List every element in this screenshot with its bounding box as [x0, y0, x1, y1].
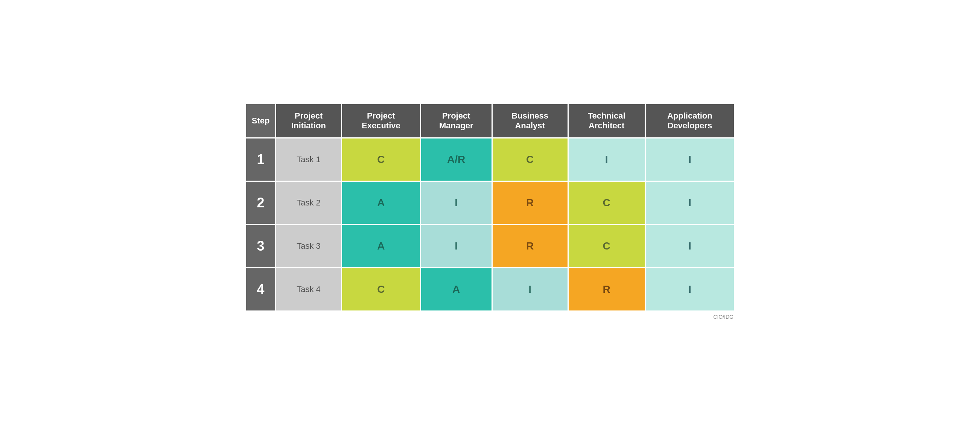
raci-cell: C — [342, 268, 421, 311]
header-application-developers: ApplicationDevelopers — [645, 104, 734, 138]
raci-cell: C — [492, 138, 568, 181]
step-number: 2 — [246, 181, 276, 225]
raci-container: Step ProjectInitiation ProjectExecutive … — [245, 103, 735, 320]
step-number: 1 — [246, 138, 276, 181]
raci-cell: I — [420, 181, 492, 225]
header-business-analyst: BusinessAnalyst — [492, 104, 568, 138]
header-row: Step ProjectInitiation ProjectExecutive … — [246, 104, 735, 138]
raci-cell: C — [568, 225, 645, 268]
raci-cell: I — [420, 225, 492, 268]
table-row: 2Task 2AIRCI — [246, 181, 735, 225]
raci-cell: I — [568, 138, 645, 181]
step-number: 3 — [246, 225, 276, 268]
raci-cell: R — [492, 225, 568, 268]
raci-cell: R — [492, 181, 568, 225]
header-step: Step — [246, 104, 276, 138]
task-name: Task 2 — [276, 181, 342, 225]
table-row: 1Task 1CA/RCII — [246, 138, 735, 181]
watermark: CIO/IDG — [245, 314, 735, 320]
raci-cell: C — [342, 138, 421, 181]
header-project-initiation: ProjectInitiation — [276, 104, 342, 138]
task-name: Task 1 — [276, 138, 342, 181]
raci-cell: R — [568, 268, 645, 311]
header-project-manager: ProjectManager — [420, 104, 492, 138]
task-name: Task 3 — [276, 225, 342, 268]
table-row: 4Task 4CAIRI — [246, 268, 735, 311]
raci-cell: I — [645, 225, 734, 268]
raci-cell: A — [342, 225, 421, 268]
task-name: Task 4 — [276, 268, 342, 311]
raci-table: Step ProjectInitiation ProjectExecutive … — [245, 103, 735, 312]
header-technical-architect: TechnicalArchitect — [568, 104, 645, 138]
header-project-executive: ProjectExecutive — [342, 104, 421, 138]
step-number: 4 — [246, 268, 276, 311]
raci-cell: C — [568, 181, 645, 225]
raci-cell: I — [645, 138, 734, 181]
raci-cell: A — [342, 181, 421, 225]
raci-cell: A — [420, 268, 492, 311]
table-row: 3Task 3AIRCI — [246, 225, 735, 268]
raci-cell: I — [492, 268, 568, 311]
raci-cell: I — [645, 268, 734, 311]
raci-cell: A/R — [420, 138, 492, 181]
raci-cell: I — [645, 181, 734, 225]
